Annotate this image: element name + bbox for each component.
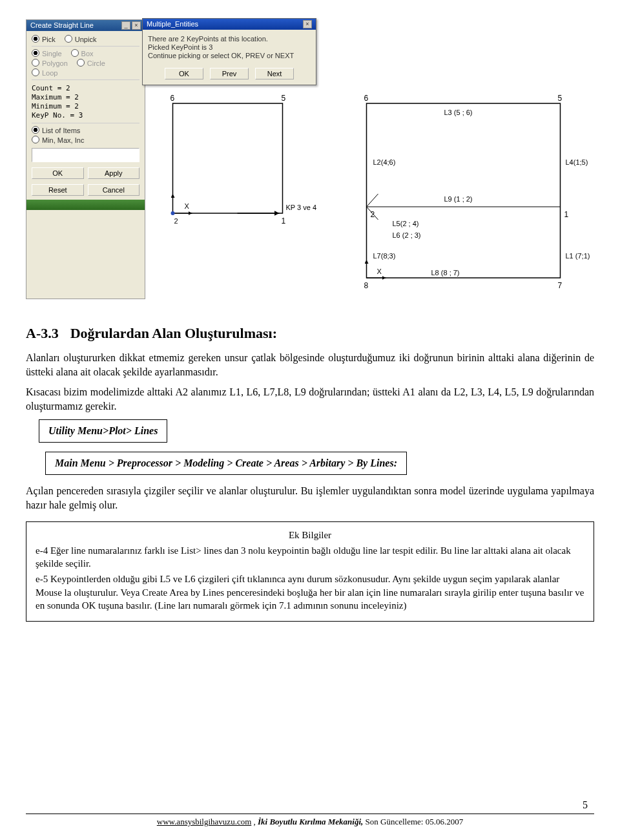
keyp-label: KeyP No. = 3 bbox=[32, 111, 140, 120]
apply-button[interactable]: Apply bbox=[88, 167, 140, 179]
svg-rect-0 bbox=[173, 103, 283, 213]
minimize-icon[interactable]: _ bbox=[121, 21, 130, 30]
ok-button[interactable]: OK bbox=[32, 167, 84, 179]
window-controls: _ × bbox=[121, 21, 141, 30]
box-radio[interactable]: Box bbox=[71, 49, 94, 58]
list-items-radio[interactable]: List of Items bbox=[32, 126, 80, 134]
maximum-label: Maximum = 2 bbox=[32, 93, 140, 102]
dialog-titlebar: Create Straight Line _ × bbox=[26, 20, 145, 31]
close-icon[interactable]: × bbox=[132, 21, 141, 30]
section-heading: A-3.3Doğrulardan Alan Oluşturulması: bbox=[26, 325, 594, 342]
left-p1: 1 bbox=[282, 216, 286, 226]
cancel-button[interactable]: Cancel bbox=[88, 184, 140, 196]
svg-rect-5 bbox=[367, 103, 561, 278]
r-p2: 2 bbox=[371, 210, 375, 219]
reset-button[interactable]: Reset bbox=[32, 184, 84, 196]
svg-point-3 bbox=[171, 211, 175, 215]
l7-label: L7(8;3) bbox=[373, 252, 396, 260]
l6-label: L6 (2 ; 3) bbox=[393, 231, 421, 239]
r-p6: 6 bbox=[364, 94, 369, 103]
r-p5: 5 bbox=[558, 94, 563, 103]
left-p2: 2 bbox=[174, 217, 178, 225]
footer-update: Son Güncelleme: 05.06.2007 bbox=[366, 817, 464, 826]
left-p5: 5 bbox=[282, 94, 286, 103]
para-3: Açılan pencereden sırasıyla çizgiler seç… bbox=[26, 484, 594, 512]
page-footer: www.ansysbilgihavuzu.com , İki Boyutlu K… bbox=[26, 814, 594, 827]
command-box-2: Main Menu > Preprocessor > Modeling > Cr… bbox=[45, 452, 407, 475]
figure-area: Create Straight Line _ × Pick Unpick Sin… bbox=[26, 19, 594, 299]
ek-bilgiler-box: Ek Bilgiler e-4 Eğer line numaralarınız … bbox=[26, 521, 594, 622]
single-radio[interactable]: Single bbox=[32, 49, 62, 58]
page-number: 5 bbox=[583, 799, 588, 811]
taskbar bbox=[26, 200, 145, 210]
left-x-label: X bbox=[185, 202, 190, 210]
create-line-dialog: Create Straight Line _ × Pick Unpick Sin… bbox=[26, 19, 145, 299]
l3-label: L3 (5 ; 6) bbox=[444, 109, 473, 116]
minimum-label: Minimum = 2 bbox=[32, 102, 140, 111]
l8-label: L8 (8 ; 7) bbox=[431, 269, 460, 277]
footer-title: İki Boyutlu Kırılma Mekaniği, bbox=[258, 817, 366, 826]
r-p8: 8 bbox=[364, 281, 369, 290]
dialog-title: Create Straight Line bbox=[30, 21, 94, 30]
ek-e5: e-5 Keypointlerden olduğu gibi L5 ve L6 … bbox=[36, 572, 584, 612]
left-p6: 6 bbox=[170, 94, 175, 103]
r-p1: 1 bbox=[564, 210, 569, 219]
l5-label: L5(2 ; 4) bbox=[393, 220, 419, 227]
circle-radio[interactable]: Circle bbox=[77, 59, 105, 67]
geometry-diagram: 6 5 1 2 X KP 3 ve 4 6 5 2 bbox=[152, 19, 594, 299]
l2-label: L2(4;6) bbox=[373, 158, 396, 166]
kp34-label: KP 3 ve 4 bbox=[286, 204, 317, 211]
l4-label: L4(1;5) bbox=[566, 158, 588, 166]
l9-label: L9 (1 ; 2) bbox=[444, 195, 473, 203]
l1-label: L1 (7;1) bbox=[566, 252, 590, 260]
para-2: Kısacası bizim modelimizde alttaki A2 al… bbox=[26, 385, 594, 413]
ek-e4: e-4 Eğer line numaralarınız farklı ise L… bbox=[36, 544, 584, 571]
section-number: A-3.3 bbox=[26, 325, 59, 341]
r-p7: 7 bbox=[558, 281, 563, 290]
para-1: Alanları oluştururken dikkat etmemiz ger… bbox=[26, 351, 594, 379]
r-x-label: X bbox=[377, 268, 382, 275]
min-max-inc-radio[interactable]: Min, Max, Inc bbox=[32, 136, 84, 144]
unpick-radio[interactable]: Unpick bbox=[65, 35, 97, 43]
section-title: Doğrulardan Alan Oluşturulması: bbox=[70, 325, 277, 341]
count-label: Count = 2 bbox=[32, 84, 140, 93]
footer-site: www.ansysbilgihavuzu.com bbox=[157, 817, 251, 826]
command-box-1: Utility Menu>Plot> Lines bbox=[39, 419, 167, 443]
svg-line-7 bbox=[367, 194, 378, 207]
loop-radio[interactable]: Loop bbox=[32, 68, 57, 77]
polygon-radio[interactable]: Polygon bbox=[32, 59, 68, 67]
ek-header: Ek Bilgiler bbox=[36, 529, 584, 541]
pick-radio[interactable]: Pick bbox=[32, 35, 56, 43]
input-box[interactable] bbox=[32, 148, 140, 162]
